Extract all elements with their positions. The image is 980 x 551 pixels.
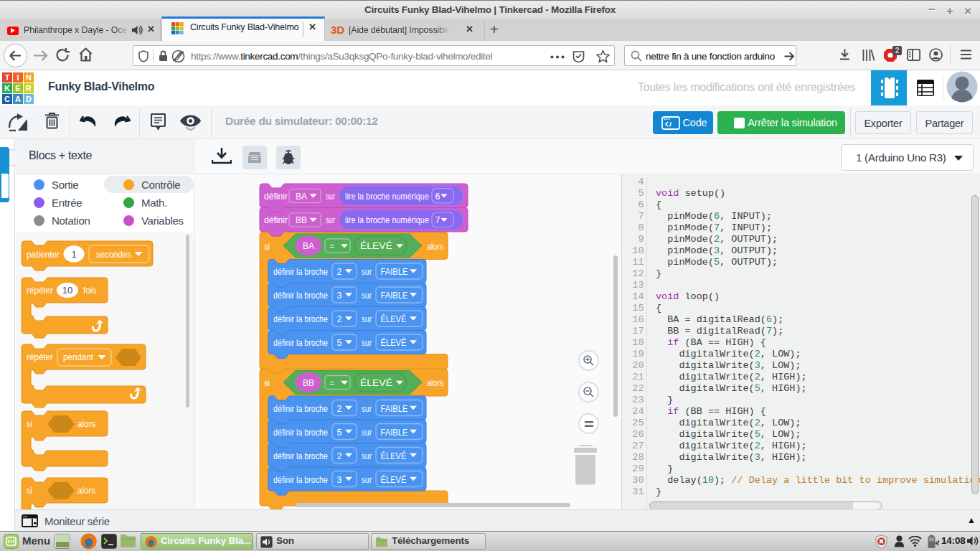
svg-text:définir la broche: définir la broche bbox=[273, 475, 328, 485]
svg-text:lire la broche numérique: lire la broche numérique bbox=[345, 192, 429, 202]
svg-text:FAIBLE: FAIBLE bbox=[381, 428, 408, 438]
svg-text:5: 5 bbox=[337, 428, 342, 438]
svg-text:sur: sur bbox=[362, 428, 372, 438]
svg-text:I: I bbox=[17, 73, 19, 82]
svg-text:K: K bbox=[4, 84, 10, 93]
svg-text:définir: définir bbox=[264, 215, 288, 225]
svg-text:définir la broche: définir la broche bbox=[273, 428, 328, 438]
svg-text:sur: sur bbox=[362, 267, 372, 277]
svg-text:patienter: patienter bbox=[27, 250, 60, 260]
svg-text:T: T bbox=[5, 73, 10, 82]
svg-text:fois: fois bbox=[83, 286, 96, 296]
svg-text:3: 3 bbox=[337, 475, 342, 485]
svg-text:2: 2 bbox=[337, 451, 342, 461]
svg-text:définir la broche: définir la broche bbox=[273, 291, 328, 301]
svg-text:alors: alors bbox=[427, 242, 443, 252]
svg-text:répéter: répéter bbox=[27, 352, 53, 362]
svg-text:sur: sur bbox=[362, 451, 372, 461]
svg-text:C: C bbox=[4, 95, 10, 103]
svg-text:ÉLEVÉ: ÉLEVÉ bbox=[360, 377, 392, 388]
svg-text:secondes: secondes bbox=[96, 250, 131, 260]
svg-text:1: 1 bbox=[71, 249, 76, 260]
svg-text:ÉLEVÉ: ÉLEVÉ bbox=[381, 314, 407, 324]
svg-text:BA: BA bbox=[296, 192, 308, 202]
svg-text:définir la broche: définir la broche bbox=[273, 338, 328, 348]
svg-text:sur: sur bbox=[326, 215, 335, 225]
svg-text:FAIBLE: FAIBLE bbox=[381, 267, 408, 277]
svg-text:ÉLEVÉ: ÉLEVÉ bbox=[381, 451, 407, 461]
svg-text:ÉLEVÉ: ÉLEVÉ bbox=[381, 474, 407, 485]
svg-text:6: 6 bbox=[435, 192, 440, 202]
svg-text:définir la broche: définir la broche bbox=[273, 267, 328, 277]
svg-text:si: si bbox=[264, 242, 270, 252]
svg-text:sur: sur bbox=[326, 192, 335, 202]
svg-text:ÉLEVÉ: ÉLEVÉ bbox=[360, 240, 392, 251]
svg-text:FAIBLE: FAIBLE bbox=[381, 291, 408, 301]
svg-text:pendant: pendant bbox=[63, 352, 93, 362]
svg-text:BB: BB bbox=[303, 377, 314, 388]
svg-text:définir la broche: définir la broche bbox=[273, 314, 328, 324]
svg-text:10: 10 bbox=[62, 285, 72, 296]
svg-text:alors: alors bbox=[427, 378, 443, 388]
svg-text:alors: alors bbox=[77, 419, 95, 429]
svg-text:2: 2 bbox=[337, 267, 342, 277]
svg-text:D: D bbox=[26, 95, 32, 103]
svg-text:R: R bbox=[26, 84, 32, 93]
svg-text:sur: sur bbox=[362, 291, 372, 301]
svg-text:définir la broche: définir la broche bbox=[273, 404, 328, 414]
svg-text:répéter: répéter bbox=[27, 286, 53, 296]
svg-text:=: = bbox=[329, 378, 334, 388]
svg-text:si: si bbox=[27, 486, 32, 496]
svg-text:définir: définir bbox=[264, 192, 288, 202]
svg-text:lire la broche numérique: lire la broche numérique bbox=[345, 215, 429, 225]
svg-text:sur: sur bbox=[362, 314, 372, 324]
svg-text:3: 3 bbox=[337, 291, 342, 301]
svg-text:=: = bbox=[329, 241, 334, 251]
svg-text:2: 2 bbox=[337, 404, 342, 414]
svg-text:BA: BA bbox=[303, 240, 314, 251]
svg-text:alors: alors bbox=[77, 486, 95, 496]
svg-text:sur: sur bbox=[362, 475, 372, 485]
svg-text:ÉLEVÉ: ÉLEVÉ bbox=[381, 337, 407, 348]
svg-text:5: 5 bbox=[337, 338, 342, 348]
svg-text:7: 7 bbox=[435, 215, 440, 225]
svg-text:2: 2 bbox=[337, 314, 342, 324]
svg-text:BB: BB bbox=[296, 215, 307, 225]
svg-text:N: N bbox=[26, 73, 32, 82]
svg-text:si: si bbox=[27, 419, 32, 429]
svg-text:A: A bbox=[15, 95, 21, 103]
svg-text:FAIBLE: FAIBLE bbox=[381, 404, 408, 414]
svg-text:sur: sur bbox=[362, 338, 372, 348]
svg-text:définir la broche: définir la broche bbox=[273, 451, 328, 461]
svg-text:E: E bbox=[15, 84, 20, 93]
svg-text:si: si bbox=[264, 378, 270, 388]
svg-text:sur: sur bbox=[362, 404, 372, 414]
